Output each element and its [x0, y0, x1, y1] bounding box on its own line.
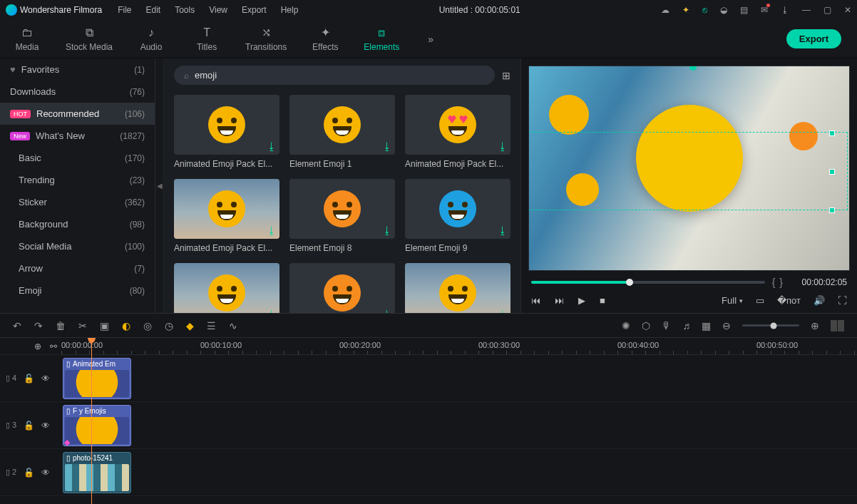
mail-icon[interactable]: ✉ [761, 5, 768, 15]
menu-file[interactable]: File [118, 5, 131, 15]
clip-photo[interactable]: ▯photo-15241 [63, 452, 131, 493]
grid-view-icon[interactable]: ⊞ [502, 70, 510, 81]
sidebar-item-favorites[interactable]: ♥Favorites(1) [0, 58, 155, 81]
sidebar-item-whats-new[interactable]: NewWhat's New(1827) [0, 125, 155, 147]
element-card[interactable]: ⭳Animated Emoji Pack El... [405, 95, 510, 169]
minimize-icon[interactable]: — [802, 5, 811, 15]
download-icon[interactable]: ⭳ [267, 140, 277, 152]
zoom-in-icon[interactable]: ⊕ [811, 320, 819, 331]
lock-icon[interactable]: 🔓 [24, 374, 34, 384]
time-ruler[interactable]: 00:00:00:0000:00:10:0000:00:20:0000:00:3… [61, 338, 857, 355]
search-input[interactable] [195, 70, 485, 81]
menu-export[interactable]: Export [242, 5, 267, 15]
track-head-2[interactable]: ▯ 2🔓👁 [0, 449, 61, 496]
zoom-handle[interactable] [771, 322, 777, 329]
headset-icon[interactable]: ⎋ [702, 5, 707, 15]
element-card[interactable]: ⭳Element Emoji 9 [405, 179, 510, 253]
save-icon[interactable]: ▤ [740, 5, 748, 15]
tab-elements[interactable]: ⧈Elements [364, 26, 399, 52]
sidebar-item-basic[interactable]: Basic(170) [0, 147, 155, 169]
keyframe-icon[interactable]: ◆ [186, 320, 194, 331]
zoom-out-icon[interactable]: ⊖ [722, 320, 731, 331]
element-card[interactable]: ⭳ [289, 263, 395, 313]
rotate-handle[interactable] [689, 66, 697, 71]
sidebar-item-sticker[interactable]: Sticker(362) [0, 191, 155, 213]
settings-icon[interactable]: ☰ [207, 320, 216, 331]
menu-view[interactable]: View [209, 5, 227, 15]
collapse-sidebar-icon[interactable]: ◀ [155, 58, 164, 313]
mix-icon[interactable]: ✺ [622, 320, 630, 331]
record-icon[interactable]: 🎙 [662, 320, 672, 331]
eye-icon[interactable]: 👁 [41, 421, 50, 431]
prev-frame-button[interactable]: ⏮ [531, 295, 540, 306]
tab-transitions[interactable]: ⤭Transitions [245, 26, 287, 52]
sidebar-item-downloads[interactable]: Downloads(76) [0, 81, 155, 103]
maximize-icon[interactable]: ▢ [823, 5, 831, 15]
track-head-3[interactable]: ▯ 3🔓👁 [0, 402, 61, 449]
menu-tools[interactable]: Tools [175, 5, 195, 15]
scrub-track[interactable] [531, 281, 765, 284]
download-icon[interactable]: ⭳ [267, 309, 277, 313]
user-icon[interactable]: ◒ [720, 5, 727, 15]
element-card[interactable]: ⭳Element Emoji 8 [289, 179, 395, 253]
element-card[interactable]: ⭳Element Emoji 1 [289, 95, 395, 169]
search-box[interactable]: ⌕ [174, 66, 495, 85]
sidebar-item-recommended[interactable]: HOTRecommended(106) [0, 103, 155, 125]
resize-handle[interactable] [829, 207, 835, 213]
tab-audio[interactable]: ♪Audio [134, 26, 168, 52]
track-3[interactable]: ▯F y Emojis ◆ [61, 402, 857, 449]
menu-edit[interactable]: Edit [146, 5, 161, 15]
delete-icon[interactable]: 🗑 [56, 320, 66, 331]
download-icon[interactable]: ⭳ [498, 225, 508, 236]
selection-box[interactable] [528, 132, 848, 210]
redo-icon[interactable]: ↷ [34, 320, 43, 331]
scrub-head[interactable] [626, 279, 633, 286]
color-icon[interactable]: ◎ [143, 320, 152, 331]
timeline-tracks[interactable]: 00:00:00:0000:00:10:0000:00:20:0000:00:3… [61, 338, 857, 504]
link-icon[interactable]: ⚯ [50, 341, 57, 351]
lock-icon[interactable]: 🔓 [24, 421, 34, 431]
tab-titles[interactable]: TTitles [190, 26, 224, 52]
sidebar-item-background[interactable]: Background(98) [0, 213, 155, 235]
download-icon[interactable]: ⭳ [498, 140, 508, 152]
tab-effects[interactable]: ✦Effects [308, 26, 342, 52]
audio-mixer-icon[interactable]: ♬ [683, 320, 691, 331]
mark-in-icon[interactable]: { [772, 277, 776, 288]
stop-button[interactable]: ■ [600, 295, 605, 306]
fullscreen-icon[interactable]: ⛶ [838, 295, 847, 306]
clip-animated-emoji[interactable]: ▯Animated Em [63, 358, 131, 399]
download-icon[interactable]: ⭳ [498, 309, 508, 313]
element-card[interactable]: ⭳ [405, 263, 510, 313]
audio-wave-icon[interactable]: ∿ [229, 320, 237, 331]
snapshot-icon[interactable]: �пот [777, 295, 801, 306]
download-icon[interactable]: ⭳ [781, 5, 789, 15]
tab-stock-media[interactable]: ⧉Stock Media [66, 26, 113, 52]
clip-funny-emojis[interactable]: ▯F y Emojis [63, 405, 131, 446]
volume-icon[interactable]: 🔊 [814, 295, 825, 306]
eye-icon[interactable]: 👁 [41, 374, 50, 384]
element-card[interactable]: ⭳Animated Emoji Pack El... [174, 179, 279, 253]
download-icon[interactable]: ⭳ [382, 140, 392, 152]
download-icon[interactable]: ⭳ [267, 225, 277, 236]
play-button[interactable]: ▶ [578, 295, 585, 306]
display-icon[interactable]: ▭ [756, 295, 764, 306]
render-icon[interactable]: ▦ [702, 320, 711, 331]
close-icon[interactable]: ✕ [844, 5, 851, 15]
track-2[interactable]: ▯photo-15241 [61, 449, 857, 496]
marker-icon[interactable]: ⬡ [642, 320, 650, 331]
preview-canvas[interactable] [528, 66, 850, 271]
split-icon[interactable]: ✂ [78, 320, 87, 331]
mark-out-icon[interactable]: } [779, 277, 783, 288]
resize-handle[interactable] [829, 130, 835, 136]
sidebar-item-arrow[interactable]: Arrow(7) [0, 257, 155, 279]
tab-media[interactable]: 🗀Media [10, 26, 44, 52]
speed-ramp-icon[interactable]: ◷ [165, 320, 173, 331]
add-track-icon[interactable]: ⊕ [34, 341, 41, 351]
download-icon[interactable]: ⭳ [382, 309, 392, 313]
element-card[interactable]: ⭳ [174, 263, 279, 313]
track-head-4[interactable]: ▯ 4🔓👁 [0, 355, 61, 402]
export-button[interactable]: Export [786, 29, 841, 48]
undo-icon[interactable]: ↶ [13, 320, 21, 331]
cloud-icon[interactable]: ☁ [661, 5, 669, 15]
menu-help[interactable]: Help [281, 5, 299, 15]
